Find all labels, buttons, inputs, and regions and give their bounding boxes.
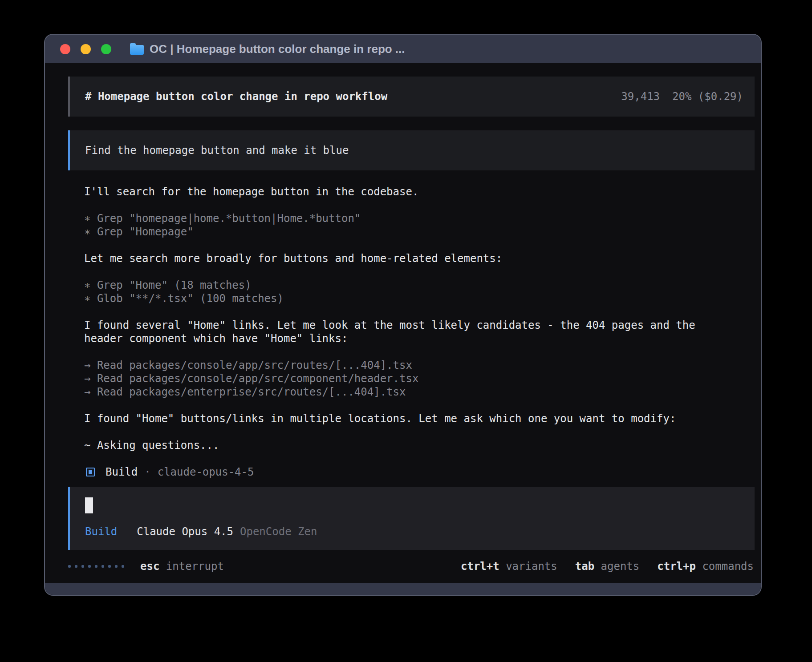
tool-call-group: ∗ Grep "Home" (18 matches)∗ Glob "**/*.t…: [84, 279, 755, 305]
assistant-paragraph: I found "Home" buttons/links in multiple…: [84, 412, 755, 425]
context-usage: 20% ($0.29): [672, 90, 743, 103]
hint-label-text: interrupt: [166, 560, 224, 573]
status-bar: esc interrupt ctrl+t variantstab agentsc…: [68, 560, 755, 573]
session-header: # Homepage button color change in repo w…: [68, 77, 755, 117]
hint-commands: ctrl+p commands: [657, 560, 754, 573]
terminal-content: # Homepage button color change in repo w…: [45, 63, 761, 583]
token-count: 39,413: [621, 90, 660, 103]
hint-interrupt: esc interrupt: [140, 560, 224, 573]
spinner-dot: [122, 565, 124, 568]
hint-label: [159, 560, 166, 573]
agent-mode-label[interactable]: Build: [85, 525, 117, 538]
hint-variants: ctrl+t variants: [461, 560, 557, 573]
assistant-text-line: Let me search more broadly for buttons a…: [84, 252, 755, 265]
spinner-dot: [88, 565, 91, 568]
terminal-window: OC | Homepage button color change in rep…: [44, 34, 762, 596]
session-stats: 39,41320% ($0.29): [621, 90, 743, 103]
tool-call-group: → Read packages/console/app/src/routes/[…: [84, 359, 755, 399]
titlebar: OC | Homepage button color change in rep…: [45, 35, 761, 63]
hint-key: ctrl+p: [657, 560, 696, 573]
text-cursor: [85, 497, 93, 513]
tool-call-line: ∗ Glob "**/*.tsx" (100 matches): [84, 292, 755, 305]
assistant-paragraph: I found several "Home" links. Let me loo…: [84, 319, 755, 345]
agent-name: Build: [106, 466, 138, 478]
status-left: esc interrupt: [68, 560, 224, 573]
assistant-text-line: I found several "Home" links. Let me loo…: [84, 319, 755, 332]
title-group: OC | Homepage button color change in rep…: [130, 42, 405, 56]
spinner-dot: [115, 565, 118, 568]
session-title: # Homepage button color change in repo w…: [85, 90, 387, 103]
hint-label: agents: [594, 560, 639, 573]
assistant-text-line: I found "Home" buttons/links in multiple…: [84, 412, 755, 425]
agent-model: claude-opus-4-5: [158, 466, 254, 478]
agent-separator: ·: [144, 466, 150, 478]
window-title: OC | Homepage button color change in rep…: [150, 42, 405, 56]
minimize-window-button[interactable]: [81, 44, 91, 54]
hint-key: ctrl+t: [461, 560, 499, 573]
tool-call-line: → Read packages/console/app/src/componen…: [84, 372, 755, 385]
tool-call-line: → Read packages/console/app/src/routes/[…: [84, 359, 755, 372]
prompt-input[interactable]: Build Claude Opus 4.5 OpenCode Zen: [68, 487, 755, 550]
conversation: I'll search for the homepage button in t…: [68, 185, 755, 452]
assistant-paragraph: Let me search more broadly for buttons a…: [84, 252, 755, 265]
hint-agents: tab agents: [575, 560, 640, 573]
tool-call-line: → Read packages/enterprise/src/routes/[.…: [84, 385, 755, 399]
agent-status-line: Build · claude-opus-4-5: [68, 465, 755, 479]
folder-icon: [130, 45, 144, 55]
hint-label: commands: [696, 560, 754, 573]
spinner-dot: [95, 565, 97, 568]
assistant-paragraph: ~ Asking questions...: [84, 439, 755, 452]
user-message: Find the homepage button and make it blu…: [68, 130, 755, 170]
spinner-dot: [68, 565, 71, 568]
assistant-text-line: ~ Asking questions...: [84, 439, 755, 452]
assistant-text-line: header component which have "Home" links…: [84, 332, 755, 345]
spinner-dot: [102, 565, 104, 568]
model-label[interactable]: Claude Opus 4.5: [137, 525, 233, 538]
hint-key: tab: [575, 560, 594, 573]
tool-call-line: ∗ Grep "homepage|home.*button|Home.*butt…: [84, 212, 755, 225]
provider-label: OpenCode Zen: [240, 525, 317, 538]
tool-call-line: ∗ Grep "Home" (18 matches): [84, 279, 755, 292]
user-message-text: Find the homepage button and make it blu…: [85, 144, 349, 157]
hint-label: variants: [499, 560, 557, 573]
assistant-text-line: I'll search for the homepage button in t…: [84, 185, 755, 198]
traffic-lights: [60, 44, 111, 54]
window-bottom-strip: [45, 583, 761, 595]
close-window-button[interactable]: [60, 44, 70, 54]
input-meta: Build Claude Opus 4.5 OpenCode Zen: [85, 525, 743, 538]
spinner-dots: [68, 565, 124, 568]
maximize-window-button[interactable]: [101, 44, 111, 54]
tool-call-line: ∗ Grep "Homepage": [84, 225, 755, 238]
build-agent-icon: [86, 468, 95, 476]
assistant-paragraph: I'll search for the homepage button in t…: [84, 185, 755, 198]
tool-call-group: ∗ Grep "homepage|home.*button|Home.*butt…: [84, 212, 755, 238]
spinner-dot: [75, 565, 77, 568]
spinner-dot: [108, 565, 111, 568]
spinner-dot: [81, 565, 84, 568]
hint-key: esc: [140, 560, 159, 573]
status-right: ctrl+t variantstab agentsctrl+p commands: [461, 560, 754, 573]
